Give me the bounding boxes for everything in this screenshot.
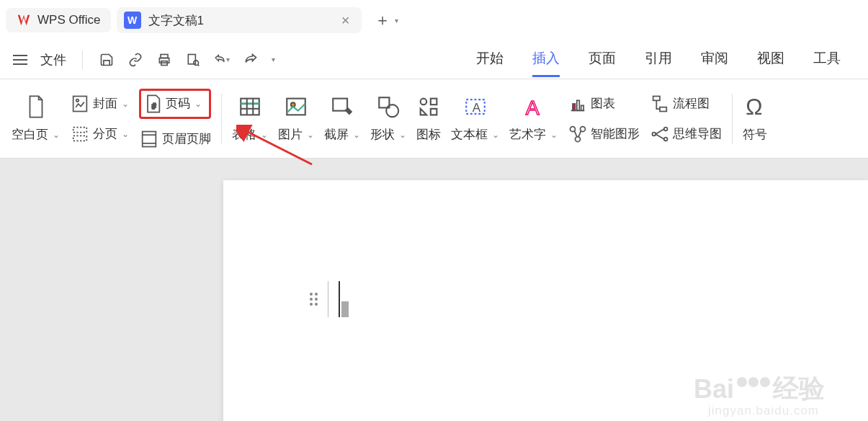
textbox-icon: A <box>463 94 488 119</box>
flowchart-button[interactable]: 流程图 <box>650 94 722 114</box>
wps-logo-icon <box>16 12 32 28</box>
svg-rect-6 <box>73 96 87 111</box>
screenshot-icon <box>330 94 354 119</box>
picture-button[interactable]: 图片⌄ <box>278 126 314 143</box>
ribbon-tabs: 开始 插入 页面 引用 审阅 视图 工具 <box>476 42 855 77</box>
mindmap-icon <box>650 124 670 144</box>
table-icon <box>238 94 262 119</box>
svg-rect-3 <box>188 54 195 63</box>
document-title: 文字文稿1 <box>148 12 204 29</box>
divider <box>82 50 83 69</box>
svg-line-5 <box>198 64 200 66</box>
preview-icon[interactable] <box>185 52 201 68</box>
tab-page[interactable]: 页面 <box>589 42 616 77</box>
cover-icon <box>70 94 90 114</box>
svg-text:A: A <box>472 101 480 115</box>
svg-rect-29 <box>577 100 580 110</box>
icons-icon <box>416 94 441 119</box>
svg-point-21 <box>386 105 398 117</box>
tab-review[interactable]: 审阅 <box>701 42 728 77</box>
app-name: WPS Office <box>37 13 101 27</box>
svg-rect-28 <box>573 104 576 110</box>
shape-button[interactable]: 形状⌄ <box>370 126 406 143</box>
tab-view[interactable]: 视图 <box>757 42 784 77</box>
save-icon[interactable] <box>99 52 115 68</box>
page-number-icon: # <box>143 94 163 114</box>
chevron-down-icon[interactable]: ▾ <box>272 56 275 63</box>
chart-icon <box>568 94 588 114</box>
watermark: Bai 经验 <box>694 371 825 407</box>
divider <box>221 94 222 144</box>
undo-icon[interactable]: ▾ <box>214 52 230 68</box>
tab-start[interactable]: 开始 <box>476 42 504 77</box>
ribbon-toolbar: 空白页⌄ 封面⌄ 分页⌄ # 页码⌄ 页眉页脚 表格⌄ 图片⌄ <box>0 79 868 159</box>
svg-point-22 <box>421 99 427 105</box>
svg-rect-23 <box>431 99 437 105</box>
close-tab-icon[interactable]: × <box>337 12 354 29</box>
symbol-button[interactable]: 符号 <box>743 126 767 143</box>
svg-point-33 <box>576 136 581 141</box>
print-icon[interactable] <box>156 52 172 68</box>
redo-icon[interactable] <box>243 52 259 68</box>
screenshot-button[interactable]: 截屏⌄ <box>324 126 360 143</box>
new-tab-button[interactable]: ＋ ▾ <box>367 9 406 31</box>
watermark-url: jingyan.baidu.com <box>708 404 819 418</box>
svg-text:#: # <box>152 102 156 110</box>
chevron-down-icon: ▾ <box>395 17 398 25</box>
svg-line-41 <box>656 129 664 134</box>
menu-bar: 文件 ▾ ▾ 开始 插入 页面 引用 审阅 视图 工具 <box>0 40 868 79</box>
tab-insert[interactable]: 插入 <box>532 42 560 77</box>
svg-text:A: A <box>525 96 539 119</box>
chart-button[interactable]: 图表 <box>568 94 640 114</box>
plus-icon: ＋ <box>375 9 390 31</box>
svg-line-35 <box>578 130 581 136</box>
svg-rect-37 <box>660 107 666 111</box>
word-doc-icon: W <box>124 12 141 29</box>
highlight-annotation: # 页码⌄ <box>139 89 211 119</box>
cover-button[interactable]: 封面⌄ <box>70 94 129 114</box>
flowchart-icon <box>650 94 670 114</box>
svg-point-40 <box>664 137 668 141</box>
mindmap-button[interactable]: 思维导图 <box>650 124 722 144</box>
svg-point-38 <box>653 132 656 136</box>
svg-rect-36 <box>653 96 660 100</box>
smartart-icon <box>568 124 588 144</box>
svg-rect-9 <box>143 131 156 146</box>
wordart-button[interactable]: 艺术字⌄ <box>509 126 558 143</box>
symbol-icon: Ω <box>743 94 767 119</box>
file-menu[interactable]: 文件 <box>40 51 66 68</box>
link-icon[interactable] <box>127 52 143 68</box>
title-bar: WPS Office W 文字文稿1 × ＋ ▾ <box>0 0 868 40</box>
picture-icon <box>284 94 308 119</box>
svg-text:Ω: Ω <box>746 94 762 119</box>
drag-handle-icon[interactable] <box>310 293 318 306</box>
wordart-icon: A <box>522 94 546 119</box>
textbox-button[interactable]: 文本框⌄ <box>451 126 499 143</box>
svg-point-39 <box>664 127 668 130</box>
page-number-button[interactable]: # 页码⌄ <box>143 94 207 114</box>
table-button[interactable]: 表格⌄ <box>232 126 268 143</box>
svg-line-42 <box>656 134 664 139</box>
hamburger-icon[interactable] <box>13 55 27 65</box>
document-tab[interactable]: W 文字文稿1 × <box>117 7 362 33</box>
blank-page-button[interactable]: 空白页⌄ <box>12 126 60 143</box>
tab-tools[interactable]: 工具 <box>813 42 841 77</box>
text-cursor-area <box>310 281 340 317</box>
home-tab[interactable]: WPS Office <box>6 8 111 32</box>
smartart-button[interactable]: 智能图形 <box>568 124 640 144</box>
svg-line-34 <box>574 130 577 136</box>
svg-point-7 <box>76 99 79 102</box>
page-break-button[interactable]: 分页⌄ <box>70 124 129 144</box>
blank-page-icon <box>24 94 48 119</box>
header-footer-button[interactable]: 页眉页脚 <box>139 129 211 149</box>
shape-icon <box>376 94 401 119</box>
divider <box>732 94 733 144</box>
svg-rect-30 <box>581 105 584 110</box>
svg-rect-12 <box>241 99 259 115</box>
tab-reference[interactable]: 引用 <box>645 42 672 77</box>
icon-button[interactable]: 图标 <box>416 126 441 143</box>
svg-point-4 <box>194 60 199 65</box>
page-break-icon <box>70 124 90 144</box>
svg-rect-19 <box>333 99 347 111</box>
header-footer-icon <box>139 129 159 149</box>
